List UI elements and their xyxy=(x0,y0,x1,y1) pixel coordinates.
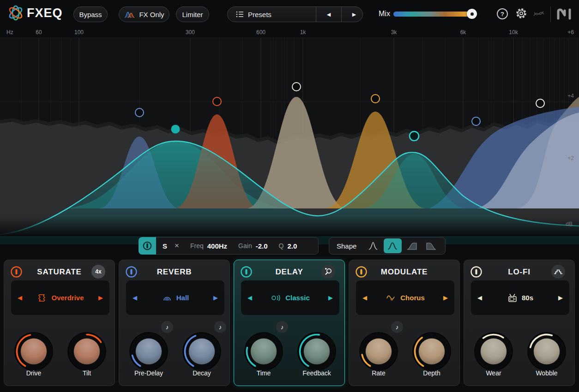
limiter-label: Limiter xyxy=(182,11,203,18)
preset-prev-button[interactable]: ◀ xyxy=(362,294,371,301)
band-solo-button[interactable]: S xyxy=(163,242,167,250)
preset-next-button[interactable]: ▶ xyxy=(555,294,563,301)
freq-label: Freq xyxy=(190,242,204,249)
knob-decay[interactable] xyxy=(180,329,224,374)
bypass-label: Bypass xyxy=(79,11,102,18)
module-preset-value: Hall xyxy=(176,294,189,302)
preset-prev-button[interactable]: ◀ xyxy=(320,7,337,22)
band-close-button[interactable]: × xyxy=(175,241,179,250)
preset-next-button[interactable]: ▶ xyxy=(440,294,448,301)
freq-axis-label: Hz xyxy=(6,29,13,36)
module-preset-selector[interactable]: ◀ Overdrive ▶ xyxy=(11,280,109,315)
eq-band-handle-3[interactable] xyxy=(213,97,221,106)
module-saturate[interactable]: SATURATE4x ◀ Overdrive ▶ Drive xyxy=(4,260,115,386)
module-lofi[interactable]: LO-FI ◀ 80s ▶ Wear xyxy=(464,260,575,386)
eq-band-handle-4[interactable] xyxy=(292,83,301,91)
divider xyxy=(341,7,342,22)
knob-wobble[interactable] xyxy=(525,329,569,374)
bypass-button[interactable]: Bypass xyxy=(73,6,108,22)
shape-option-high-shelf[interactable] xyxy=(422,238,440,253)
presets-menu[interactable]: Presets ◀ ▶ xyxy=(227,6,363,22)
module-preset-selector[interactable]: ◀ Classic ▶ xyxy=(241,280,339,315)
gain-value[interactable]: -2.0 xyxy=(256,242,268,250)
freq-axis-label: 1k xyxy=(300,29,307,36)
top-bar: FXEQ Bypass FX Only Limiter Presets ◀ ▶ xyxy=(0,0,579,26)
module-delay[interactable]: DELAY ◀ Classic ▶ Time♪ xyxy=(234,260,345,386)
knob-label-depth: Depth xyxy=(402,369,462,377)
module-badge-oversampling[interactable]: 4x xyxy=(91,265,105,279)
module-preset-value: Classic xyxy=(285,294,310,302)
chorus-icon xyxy=(386,293,397,303)
shape-option-narrow-peak[interactable] xyxy=(364,238,382,253)
fx-modules-row: SATURATE4x ◀ Overdrive ▶ Drive xyxy=(0,260,579,386)
limiter-button[interactable]: Limiter xyxy=(176,6,209,22)
eq-band-handle-7[interactable] xyxy=(472,117,480,125)
q-value[interactable]: 2.0 xyxy=(287,242,297,250)
module-preset-selector[interactable]: ◀ Hall ▶ xyxy=(126,280,224,315)
knob-tilt[interactable] xyxy=(65,329,109,374)
knob-label-rate: Rate xyxy=(349,369,409,377)
knob-label-pre-delay: Pre-Delay xyxy=(119,369,179,377)
preset-next-button[interactable]: ▶ xyxy=(325,294,333,301)
db-axis-label: +6 xyxy=(567,29,574,36)
note-sync-button[interactable]: ♪ xyxy=(276,321,288,333)
knob-drive[interactable] xyxy=(12,329,56,374)
plugin-window: FXEQ Bypass FX Only Limiter Presets ◀ ▶ xyxy=(0,0,579,392)
hall-icon xyxy=(162,293,173,303)
knob-pre-delay[interactable] xyxy=(127,329,171,374)
module-title: REVERB xyxy=(119,267,229,277)
module-modulate[interactable]: MODULATE ◀ Chorus ▶ Rate♪ xyxy=(349,260,460,386)
eq-band-handle-2[interactable] xyxy=(171,125,180,134)
overdrive-icon xyxy=(36,293,48,303)
eq-band-handle-1[interactable] xyxy=(135,108,144,117)
note-sync-button[interactable]: ♪ xyxy=(161,321,173,333)
help-button[interactable]: ? xyxy=(497,8,508,19)
presets-label: Presets xyxy=(248,11,271,18)
module-badge[interactable] xyxy=(551,265,565,279)
eq-band-handle-8[interactable] xyxy=(536,99,544,107)
knob-time[interactable] xyxy=(241,329,286,374)
preset-next-button[interactable]: ▶ xyxy=(346,7,362,22)
knob-wear[interactable] xyxy=(471,329,516,374)
knob-feedback[interactable] xyxy=(295,329,339,374)
q-label: Q xyxy=(279,242,284,249)
fx-only-button[interactable]: FX Only xyxy=(119,6,169,22)
ping-pong-icon xyxy=(324,267,333,277)
module-badge[interactable] xyxy=(321,265,335,279)
knob-label-wobble: Wobble xyxy=(517,369,577,377)
mix-slider[interactable] xyxy=(393,12,476,17)
freq-axis-label: 10k xyxy=(509,29,518,36)
izotope-logo-icon xyxy=(533,7,545,19)
eq-band-handle-6[interactable] xyxy=(410,131,419,141)
band-settings-toolbar: S × Freq 400Hz Gain -2.0 Q 2.0 xyxy=(139,237,319,255)
preset-prev-button[interactable]: ◀ xyxy=(247,294,256,301)
preset-next-button[interactable]: ▶ xyxy=(95,294,103,301)
knob-rate[interactable] xyxy=(356,329,401,374)
preset-prev-button[interactable]: ◀ xyxy=(18,294,26,301)
module-preset-selector[interactable]: ◀ Chorus ▶ xyxy=(356,280,454,315)
eq-display[interactable]: Hz601003006001k3k6k10k+6+4+2dB xyxy=(0,26,579,262)
preset-prev-button[interactable]: ◀ xyxy=(477,294,486,301)
divider xyxy=(550,6,551,22)
help-glyph: ? xyxy=(501,11,504,18)
delay-icon xyxy=(271,293,282,303)
note-sync-button[interactable]: ♪ xyxy=(391,321,403,333)
module-preset-selector[interactable]: ◀ 80s ▶ xyxy=(471,280,569,315)
eq-band-handle-5[interactable] xyxy=(371,95,380,103)
fx-bells-icon xyxy=(124,10,136,18)
band-power-button[interactable] xyxy=(139,237,156,255)
settings-gear-icon[interactable] xyxy=(515,7,527,19)
note-sync-button[interactable]: ♪ xyxy=(214,321,226,333)
preset-next-button[interactable]: ▶ xyxy=(210,294,218,301)
freq-value[interactable]: 400Hz xyxy=(207,242,227,250)
knob-depth[interactable] xyxy=(410,329,454,374)
gain-label: Gain xyxy=(238,242,252,249)
preset-prev-button[interactable]: ◀ xyxy=(133,294,141,301)
shape-option-low-shelf[interactable] xyxy=(403,238,421,253)
mix-slider-thumb[interactable] xyxy=(467,9,477,19)
shape-option-bell[interactable] xyxy=(384,238,402,253)
fx-only-label: FX Only xyxy=(139,11,164,18)
module-preset-value: 80s xyxy=(522,294,533,302)
module-reverb[interactable]: REVERB ◀ Hall ▶ Pre-Delay♪ xyxy=(119,260,230,386)
db-unit-label: dB xyxy=(566,221,573,227)
